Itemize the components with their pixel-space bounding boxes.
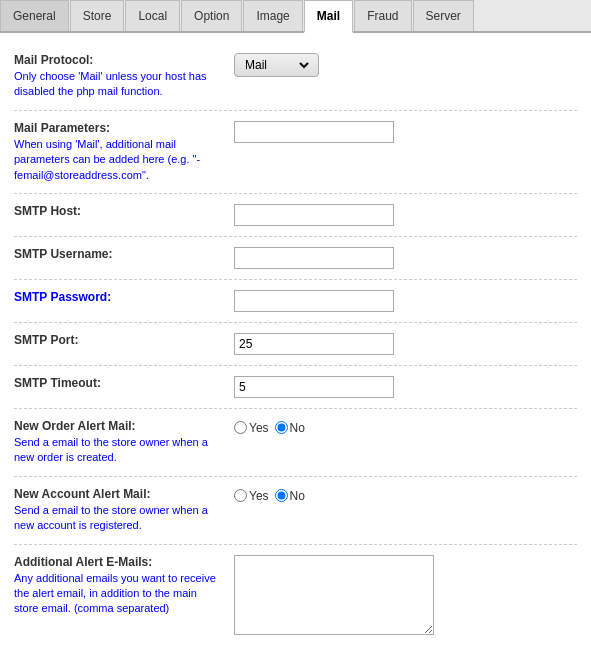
smtp-username-label: SMTP Username: <box>14 247 224 261</box>
new-order-alert-desc: Send a email to the store owner when a n… <box>14 435 224 466</box>
smtp-host-field <box>234 204 577 226</box>
smtp-host-label: SMTP Host: <box>14 204 224 218</box>
form-content: Mail Protocol: Only choose 'Mail' unless… <box>0 33 591 649</box>
mail-protocol-desc: Only choose 'Mail' unless your host has … <box>14 69 224 100</box>
tab-store[interactable]: Store <box>70 0 125 31</box>
smtp-timeout-input[interactable] <box>234 376 394 398</box>
tab-option[interactable]: Option <box>181 0 242 31</box>
new-order-alert-yes-radio[interactable] <box>234 421 247 434</box>
smtp-port-field <box>234 333 577 355</box>
additional-alert-textarea[interactable] <box>234 555 434 635</box>
mail-parameters-desc: When using 'Mail', additional mail param… <box>14 137 224 183</box>
mail-protocol-label: Mail Protocol: <box>14 53 224 67</box>
tab-local[interactable]: Local <box>125 0 180 31</box>
tab-fraud[interactable]: Fraud <box>354 0 411 31</box>
new-order-alert-no-label[interactable]: No <box>275 421 305 435</box>
smtp-port-label: SMTP Port: <box>14 333 224 347</box>
tab-general[interactable]: General <box>0 0 69 31</box>
new-account-alert-yes-radio[interactable] <box>234 489 247 502</box>
additional-alert-row: Additional Alert E-Mails: Any additional… <box>14 545 577 645</box>
smtp-host-label-col: SMTP Host: <box>14 204 234 218</box>
smtp-username-label-col: SMTP Username: <box>14 247 234 261</box>
new-account-alert-radio-group: Yes No <box>234 489 305 503</box>
mail-protocol-select[interactable]: Mail SMTP Sendmail <box>241 57 312 73</box>
smtp-username-row: SMTP Username: <box>14 237 577 280</box>
mail-protocol-field: Mail SMTP Sendmail <box>234 53 577 77</box>
smtp-password-row: SMTP Password: <box>14 280 577 323</box>
smtp-password-field <box>234 290 577 312</box>
new-order-alert-no-radio[interactable] <box>275 421 288 434</box>
new-order-alert-label-col: New Order Alert Mail: Send a email to th… <box>14 419 234 466</box>
new-account-alert-desc: Send a email to the store owner when a n… <box>14 503 224 534</box>
additional-alert-field <box>234 555 577 635</box>
new-order-alert-radio-group: Yes No <box>234 421 305 435</box>
mail-parameters-field <box>234 121 577 143</box>
new-order-alert-label: New Order Alert Mail: <box>14 419 224 433</box>
new-account-alert-yes-text: Yes <box>249 489 269 503</box>
new-account-alert-no-radio[interactable] <box>275 489 288 502</box>
smtp-username-field <box>234 247 577 269</box>
smtp-timeout-field <box>234 376 577 398</box>
tab-image[interactable]: Image <box>243 0 302 31</box>
mail-protocol-row: Mail Protocol: Only choose 'Mail' unless… <box>14 43 577 111</box>
new-account-alert-yes-label[interactable]: Yes <box>234 489 269 503</box>
new-order-alert-field: Yes No <box>234 419 577 435</box>
mail-parameters-row: Mail Parameters: When using 'Mail', addi… <box>14 111 577 194</box>
smtp-password-label: SMTP Password: <box>14 290 224 304</box>
smtp-timeout-label: SMTP Timeout: <box>14 376 224 390</box>
new-order-alert-yes-text: Yes <box>249 421 269 435</box>
smtp-username-input[interactable] <box>234 247 394 269</box>
tab-mail[interactable]: Mail <box>304 0 353 33</box>
mail-parameters-label: Mail Parameters: <box>14 121 224 135</box>
smtp-host-input[interactable] <box>234 204 394 226</box>
new-account-alert-label: New Account Alert Mail: <box>14 487 224 501</box>
smtp-port-label-col: SMTP Port: <box>14 333 234 347</box>
tab-bar: General Store Local Option Image Mail Fr… <box>0 0 591 33</box>
new-account-alert-no-text: No <box>290 489 305 503</box>
mail-parameters-input[interactable] <box>234 121 394 143</box>
new-order-alert-no-text: No <box>290 421 305 435</box>
smtp-timeout-label-col: SMTP Timeout: <box>14 376 234 390</box>
mail-protocol-label-col: Mail Protocol: Only choose 'Mail' unless… <box>14 53 234 100</box>
smtp-port-input[interactable] <box>234 333 394 355</box>
additional-alert-desc: Any additional emails you want to receiv… <box>14 571 224 617</box>
smtp-password-label-col: SMTP Password: <box>14 290 234 304</box>
smtp-password-input[interactable] <box>234 290 394 312</box>
smtp-port-row: SMTP Port: <box>14 323 577 366</box>
smtp-host-row: SMTP Host: <box>14 194 577 237</box>
new-account-alert-row: New Account Alert Mail: Send a email to … <box>14 477 577 545</box>
mail-protocol-select-wrapper[interactable]: Mail SMTP Sendmail <box>234 53 319 77</box>
tab-server[interactable]: Server <box>413 0 474 31</box>
smtp-timeout-row: SMTP Timeout: <box>14 366 577 409</box>
new-order-alert-row: New Order Alert Mail: Send a email to th… <box>14 409 577 477</box>
additional-alert-label: Additional Alert E-Mails: <box>14 555 224 569</box>
new-account-alert-field: Yes No <box>234 487 577 503</box>
new-account-alert-no-label[interactable]: No <box>275 489 305 503</box>
new-order-alert-yes-label[interactable]: Yes <box>234 421 269 435</box>
new-account-alert-label-col: New Account Alert Mail: Send a email to … <box>14 487 234 534</box>
additional-alert-label-col: Additional Alert E-Mails: Any additional… <box>14 555 234 617</box>
mail-parameters-label-col: Mail Parameters: When using 'Mail', addi… <box>14 121 234 183</box>
